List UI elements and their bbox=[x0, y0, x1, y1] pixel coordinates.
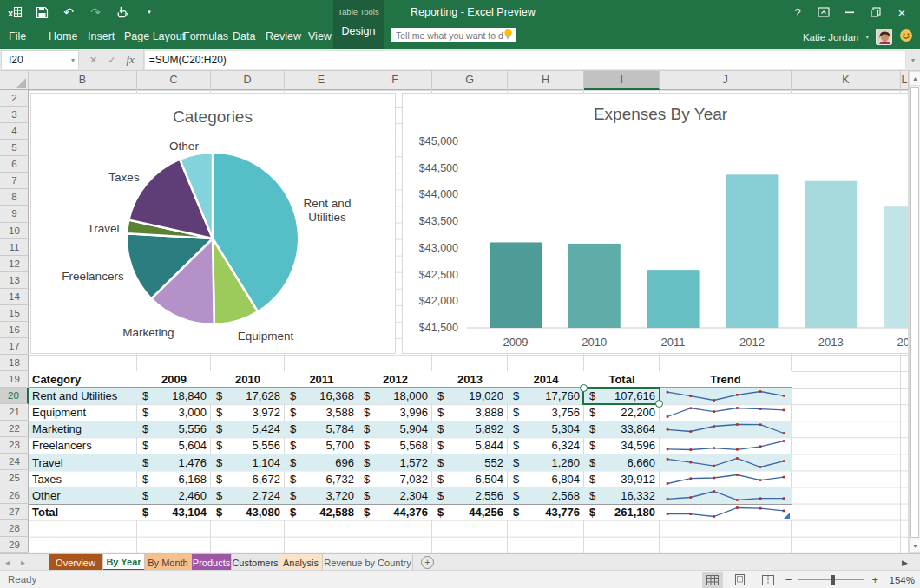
bar-chart[interactable]: Expenses By Year$41,500$42,000$42,500$43… bbox=[402, 93, 909, 354]
sheet-nav-right-icon[interactable]: ▸ bbox=[21, 554, 25, 571]
ribbon-tab-home[interactable]: Home bbox=[49, 24, 77, 49]
value-cell[interactable]: $5,568 bbox=[358, 437, 432, 454]
value-cell[interactable]: $19,020 bbox=[432, 388, 508, 404]
total-cell[interactable]: $16,332 bbox=[584, 487, 660, 504]
category-cell[interactable]: Freelancers bbox=[29, 437, 137, 454]
value-cell[interactable]: $44,376 bbox=[358, 505, 432, 520]
contextual-tab-group[interactable]: Table Tools Design bbox=[333, 0, 384, 49]
value-cell[interactable]: $1,260 bbox=[508, 454, 584, 471]
avatar[interactable] bbox=[876, 29, 892, 45]
value-cell[interactable]: $2,304 bbox=[358, 487, 432, 504]
redo-icon[interactable]: ↷ bbox=[88, 4, 103, 20]
trend-cell[interactable] bbox=[660, 404, 792, 421]
sheet-tab-overview[interactable]: Overview bbox=[49, 554, 103, 571]
name-box-dropdown-icon[interactable]: ▾ bbox=[71, 56, 75, 64]
value-cell[interactable]: $3,756 bbox=[508, 404, 584, 421]
row-header-11[interactable]: 11 bbox=[0, 239, 29, 256]
value-cell[interactable]: $5,556 bbox=[211, 437, 285, 454]
row-header-27[interactable]: 27 bbox=[0, 504, 29, 520]
row-header-12[interactable]: 12 bbox=[0, 256, 29, 272]
row-header-3[interactable]: 3 bbox=[0, 107, 29, 123]
column-header-h[interactable]: H bbox=[508, 71, 584, 90]
value-cell[interactable]: $5,892 bbox=[432, 421, 508, 437]
pie-chart[interactable]: CategoriesRent andUtilitiesEquipmentMark… bbox=[30, 93, 396, 354]
value-cell[interactable]: $16,368 bbox=[285, 388, 358, 404]
bar-2014[interactable] bbox=[884, 206, 908, 328]
row-header-4[interactable]: 4 bbox=[0, 123, 29, 140]
trend-cell[interactable] bbox=[660, 471, 792, 487]
zoom-level[interactable]: 154% bbox=[885, 575, 915, 585]
row-header-7[interactable]: 7 bbox=[0, 173, 29, 189]
value-cell[interactable]: $5,844 bbox=[432, 437, 508, 454]
column-header-l[interactable]: L bbox=[901, 71, 909, 90]
table-header-2014[interactable]: 2014 bbox=[508, 371, 584, 387]
column-header-c[interactable]: C bbox=[137, 71, 211, 90]
row-header-20[interactable]: 20 bbox=[0, 388, 29, 404]
row-header-17[interactable]: 17 bbox=[0, 338, 29, 355]
vertical-scrollbar[interactable]: ▲ ▼ bbox=[909, 71, 920, 553]
value-cell[interactable]: $5,784 bbox=[285, 421, 358, 437]
value-cell[interactable]: $43,104 bbox=[137, 505, 211, 520]
table-header-trend[interactable]: Trend bbox=[660, 371, 792, 387]
restore-icon[interactable] bbox=[863, 0, 889, 24]
column-header-d[interactable]: D bbox=[211, 71, 285, 90]
ribbon-tab-review[interactable]: Review bbox=[266, 24, 301, 49]
zoom-in-button[interactable]: + bbox=[871, 572, 878, 588]
value-cell[interactable]: $1,104 bbox=[211, 454, 285, 471]
page-break-preview-icon[interactable] bbox=[758, 572, 779, 588]
total-cell[interactable]: $34,596 bbox=[584, 437, 660, 454]
value-cell[interactable]: $2,556 bbox=[432, 487, 508, 504]
column-header-g[interactable]: G bbox=[432, 71, 508, 90]
value-cell[interactable]: $6,672 bbox=[211, 471, 285, 487]
value-cell[interactable]: $2,568 bbox=[508, 487, 584, 504]
value-cell[interactable]: $6,732 bbox=[285, 471, 358, 487]
cancel-formula-icon[interactable]: ✕ bbox=[89, 55, 97, 66]
value-cell[interactable]: $552 bbox=[432, 454, 508, 471]
insert-function-icon[interactable]: fx bbox=[126, 53, 134, 67]
page-layout-view-icon[interactable] bbox=[730, 572, 751, 588]
value-cell[interactable]: $3,972 bbox=[211, 404, 285, 421]
row-header-16[interactable]: 16 bbox=[0, 322, 29, 338]
row-header-6[interactable]: 6 bbox=[0, 156, 29, 173]
normal-view-icon[interactable] bbox=[702, 572, 723, 588]
ribbon-tab-design[interactable]: Design bbox=[333, 25, 384, 37]
row-header-28[interactable]: 28 bbox=[0, 520, 29, 537]
trend-cell[interactable] bbox=[660, 388, 792, 404]
row-header-22[interactable]: 22 bbox=[0, 421, 29, 437]
value-cell[interactable]: $18,840 bbox=[137, 388, 211, 404]
column-header-i[interactable]: I bbox=[584, 71, 660, 90]
sheet-tab-products[interactable]: Products bbox=[192, 554, 232, 571]
value-cell[interactable]: $6,804 bbox=[508, 471, 584, 487]
table-header-category[interactable]: Category bbox=[29, 371, 137, 387]
value-cell[interactable]: $2,460 bbox=[137, 487, 211, 504]
select-all-corner[interactable] bbox=[0, 71, 29, 89]
trend-cell[interactable] bbox=[660, 454, 792, 471]
trend-cell[interactable] bbox=[660, 487, 792, 504]
value-cell[interactable]: $1,572 bbox=[358, 454, 432, 471]
excel-logo-icon[interactable]: x bbox=[7, 4, 23, 20]
table-header-2011[interactable]: 2011 bbox=[285, 371, 358, 387]
name-box[interactable]: I20 ▾ bbox=[1, 50, 79, 69]
value-cell[interactable]: $17,628 bbox=[211, 388, 285, 404]
column-header-f[interactable]: F bbox=[358, 71, 432, 90]
tell-me-input[interactable] bbox=[396, 30, 503, 41]
total-cell[interactable]: $33,864 bbox=[584, 421, 660, 437]
category-cell[interactable]: Taxes bbox=[29, 471, 137, 487]
row-header-13[interactable]: 13 bbox=[0, 272, 29, 289]
sheet-tab-by-month[interactable]: By Month bbox=[145, 554, 192, 571]
total-cell[interactable]: $6,660 bbox=[584, 454, 660, 471]
scroll-down-icon[interactable]: ▼ bbox=[910, 539, 920, 553]
value-cell[interactable]: $3,588 bbox=[285, 404, 358, 421]
expand-formula-bar-icon[interactable]: ▾ bbox=[906, 49, 920, 70]
enter-formula-icon[interactable]: ✓ bbox=[108, 55, 115, 66]
value-cell[interactable]: $3,720 bbox=[285, 487, 358, 504]
value-cell[interactable]: $3,996 bbox=[358, 404, 432, 421]
row-header-8[interactable]: 8 bbox=[0, 189, 29, 206]
row-header-15[interactable]: 15 bbox=[0, 305, 29, 322]
category-cell[interactable]: Total bbox=[29, 505, 137, 520]
sheet-tab-by-year[interactable]: By Year bbox=[103, 554, 145, 571]
total-cell[interactable]: $39,912 bbox=[584, 471, 660, 487]
ribbon-tab-view[interactable]: View bbox=[308, 24, 332, 49]
bar-2012[interactable] bbox=[726, 174, 778, 328]
row-header-14[interactable]: 14 bbox=[0, 289, 29, 305]
